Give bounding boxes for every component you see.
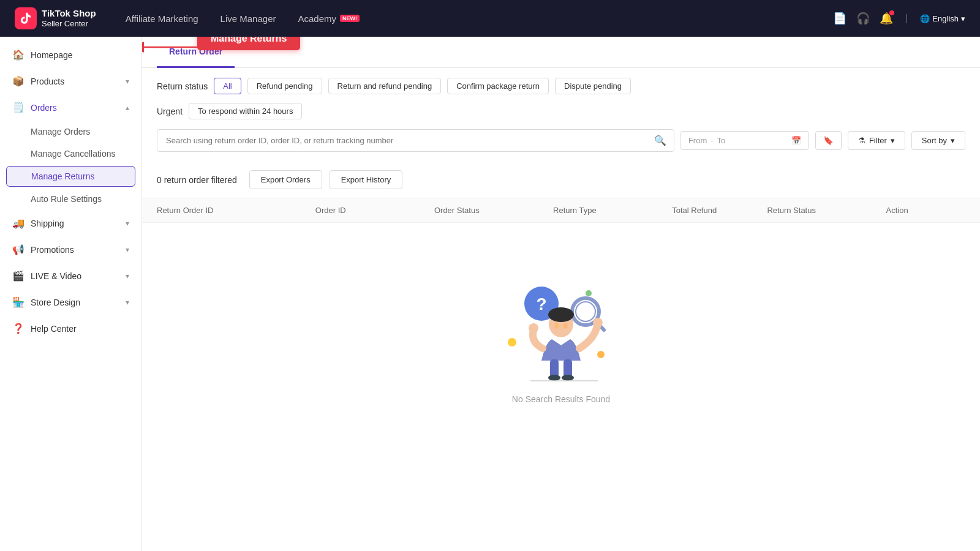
col-order-id: Order ID [315,206,434,215]
main-content: Return Order Return status All Refund pe… [142,37,980,551]
order-count-text: 0 return order filtered [157,175,237,185]
topnav-right: 📄 🎧 🔔 | 🌐 English ▾ [833,12,965,25]
col-order-status: Order Status [434,206,553,215]
status-btn-confirm-package-return[interactable]: Confirm package return [447,78,549,94]
chevron-down-icon: ▾ [126,77,129,86]
orders-submenu: Manage Orders Manage Cancellations Manag… [0,121,141,210]
search-icon[interactable]: 🔍 [647,130,674,151]
sidebar-item-manage-returns[interactable]: Manage Returns [6,166,135,187]
svg-point-16 [548,375,560,381]
col-return-order-id: Return Order ID [157,206,315,215]
bookmark-button[interactable]: 🔖 [815,131,842,150]
sidebar-item-products[interactable]: 📦 Products ▾ [0,68,141,94]
svg-text:?: ? [536,294,546,313]
logo-text: TikTok Shop Seller Center [42,8,96,29]
document-icon[interactable]: 📄 [833,12,846,25]
nav-academy[interactable]: Academy NEW! [298,13,360,24]
empty-illustration: ? [494,260,628,394]
svg-point-9 [548,307,574,322]
action-row: 0 return order filtered Export Orders Ex… [142,162,980,198]
search-row: 🔍 From - To 📅 🔖 ⚗ Filter ▾ Sort by ▾ [157,129,965,152]
filter-button[interactable]: ⚗ Filter ▾ [848,131,905,150]
col-action: Action [886,206,965,215]
chevron-down-icon: ▾ [126,298,129,307]
sidebar-item-live-video[interactable]: 🎬 LIVE & Video ▾ [0,263,141,289]
help-icon: ❓ [12,323,24,334]
calendar-icon: 📅 [791,136,801,145]
svg-point-2 [597,351,605,358]
store-design-icon: 🏪 [12,296,24,308]
svg-point-6 [576,302,595,321]
date-to-label: To [717,136,726,145]
orders-icon: 🗒️ [12,102,24,113]
sidebar-item-promotions[interactable]: 📢 Promotions ▾ [0,236,141,263]
sidebar-item-manage-orders[interactable]: Manage Orders [0,121,141,143]
notification-dot [889,10,894,15]
chevron-down-icon: ▾ [126,219,129,228]
urgent-row: Urgent To respond within 24 hours [157,103,965,119]
chevron-down-icon: ▾ [126,272,129,280]
new-badge: NEW! [340,15,360,22]
svg-point-10 [554,323,559,329]
chevron-up-icon: ▴ [126,103,129,112]
svg-point-12 [529,323,538,333]
live-video-icon: 🎬 [12,270,24,282]
col-return-type: Return Type [553,206,672,215]
sidebar-item-auto-rule-settings[interactable]: Auto Rule Settings [0,188,141,210]
top-navigation: TikTok Shop Seller Center Affiliate Mark… [0,0,980,37]
urgent-btn-24h[interactable]: To respond within 24 hours [189,103,302,119]
tabs-bar: Return Order [142,37,980,68]
nav-affiliate-marketing[interactable]: Affiliate Marketing [126,13,198,24]
home-icon: 🏠 [12,49,24,61]
return-status-row: Return status All Refund pending Return … [157,78,965,94]
tiktok-logo-icon [15,7,37,29]
sidebar-item-store-design[interactable]: 🏪 Store Design ▾ [0,289,141,315]
chevron-down-icon: ▾ [126,246,129,254]
nav-links: Affiliate Marketing Live Manager Academy… [126,13,834,24]
sidebar: 🏠 Homepage 📦 Products ▾ 🗒️ Orders ▴ Mana… [0,37,142,551]
sort-by-button[interactable]: Sort by ▾ [911,131,965,150]
chevron-down-icon: ▾ [951,136,955,145]
chevron-down-icon: ▾ [891,136,895,145]
date-dash: - [710,136,713,145]
sidebar-item-orders[interactable]: 🗒️ Orders ▴ [0,94,141,121]
export-orders-button[interactable]: Export Orders [249,170,322,189]
svg-point-11 [563,323,568,329]
sidebar-item-homepage[interactable]: 🏠 Homepage [0,42,141,68]
nav-live-manager[interactable]: Live Manager [221,13,276,24]
status-btn-refund-pending[interactable]: Refund pending [247,78,322,94]
headset-icon[interactable]: 🎧 [856,12,870,25]
empty-state-text: No Search Results Found [512,394,610,404]
language-selector[interactable]: 🌐 English ▾ [920,14,965,23]
col-return-status: Return Status [767,206,886,215]
svg-point-1 [508,338,516,347]
sidebar-item-manage-cancellations[interactable]: Manage Cancellations [0,143,141,165]
notification-icon[interactable]: 🔔 [880,12,893,25]
status-btn-dispute-pending[interactable]: Dispute pending [555,78,631,94]
shipping-icon: 🚚 [12,217,24,229]
date-from-label: From [688,136,707,145]
logo[interactable]: TikTok Shop Seller Center [15,7,96,29]
products-icon: 📦 [12,75,24,87]
table-header: Return Order ID Order ID Order Status Re… [142,198,980,223]
export-history-button[interactable]: Export History [330,170,403,189]
urgent-label: Urgent [157,107,183,116]
svg-point-17 [562,375,574,381]
svg-point-13 [593,318,603,328]
svg-point-0 [586,290,592,296]
status-btn-return-refund-pending[interactable]: Return and refund pending [328,78,442,94]
promotions-icon: 📢 [12,244,24,255]
sidebar-item-shipping[interactable]: 🚚 Shipping ▾ [0,210,141,236]
sidebar-item-help-center[interactable]: ❓ Help Center [0,315,141,342]
search-input[interactable] [157,131,647,150]
main-layout: 🏠 Homepage 📦 Products ▾ 🗒️ Orders ▴ Mana… [0,37,980,551]
filters-area: Return status All Refund pending Return … [142,68,980,162]
col-total-refund: Total Refund [672,206,767,215]
date-range-picker[interactable]: From - To 📅 [680,131,809,150]
tab-return-order[interactable]: Return Order [157,37,235,68]
status-btn-all[interactable]: All [214,78,241,94]
filter-icon: ⚗ [858,136,865,145]
empty-state: ? [142,223,980,441]
return-status-label: Return status [157,81,208,91]
search-box: 🔍 [157,129,674,152]
